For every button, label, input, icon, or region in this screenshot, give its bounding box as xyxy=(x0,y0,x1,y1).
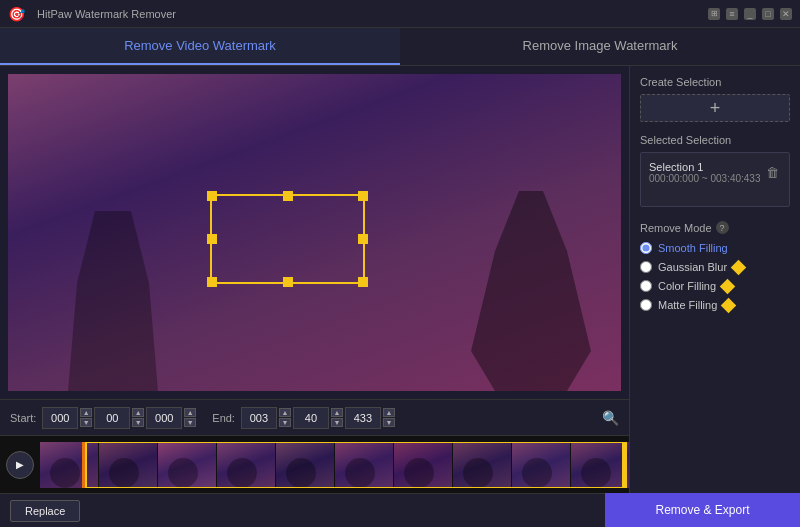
video-preview xyxy=(8,74,621,391)
mode-gaussian[interactable]: Gaussian Blur xyxy=(640,261,790,273)
timeline-thumb-10 xyxy=(571,442,629,488)
end-time-input: ▲▼ ▲▼ ▲▼ xyxy=(241,407,395,429)
tab-video[interactable]: Remove Video Watermark xyxy=(0,28,400,65)
spin-down[interactable]: ▼ xyxy=(383,418,395,427)
delete-selection-button[interactable]: 🗑 xyxy=(764,163,781,182)
main-layout: Start: ▲▼ ▲▼ ▲▼ End: ▲▼ ▲▼ ▲▼ 🔍 ▶ xyxy=(0,66,800,527)
diamond-icon-color xyxy=(720,278,736,294)
spin-up[interactable]: ▲ xyxy=(132,408,144,417)
end-label: End: xyxy=(212,412,235,424)
handle-top-mid[interactable] xyxy=(283,191,293,201)
mode-smooth-radio[interactable] xyxy=(640,242,652,254)
start-minutes-spinner[interactable]: ▲▼ xyxy=(132,408,144,427)
add-icon: + xyxy=(710,98,721,119)
mode-smooth[interactable]: Smooth Filling xyxy=(640,242,790,254)
handle-top-right[interactable] xyxy=(358,191,368,201)
playhead-marker[interactable] xyxy=(82,442,85,488)
selection-item-time: 000:00:000 ~ 003:40:433 xyxy=(649,173,761,184)
timeline-thumb-4 xyxy=(217,442,275,488)
remove-mode-label: Remove Mode xyxy=(640,222,712,234)
timeline-thumb-9 xyxy=(512,442,570,488)
mode-gaussian-radio[interactable] xyxy=(640,261,652,273)
mode-matte-radio[interactable] xyxy=(640,299,652,311)
mode-color-radio[interactable] xyxy=(640,280,652,292)
app-icon-area: 🎯 xyxy=(8,6,25,22)
timeline-thumb-6 xyxy=(335,442,393,488)
create-selection-button[interactable]: + xyxy=(640,94,790,122)
spin-up[interactable]: ▲ xyxy=(383,408,395,417)
window-controls[interactable]: ⊞ ≡ _ □ ✕ xyxy=(708,8,792,20)
diamond-icon-gaussian xyxy=(731,259,747,275)
play-button[interactable]: ▶ xyxy=(6,451,34,479)
handle-bottom-left[interactable] xyxy=(207,277,217,287)
end-minutes[interactable] xyxy=(293,407,329,429)
end-seconds[interactable] xyxy=(345,407,381,429)
time-controls: Start: ▲▼ ▲▼ ▲▼ End: ▲▼ ▲▼ ▲▼ 🔍 xyxy=(0,399,629,435)
export-button[interactable]: Remove & Export xyxy=(605,493,800,527)
close-button[interactable]: ✕ xyxy=(780,8,792,20)
maximize-button[interactable]: □ xyxy=(762,8,774,20)
spin-up[interactable]: ▲ xyxy=(184,408,196,417)
timeline-thumb-3 xyxy=(158,442,216,488)
start-label: Start: xyxy=(10,412,36,424)
tab-bar: Remove Video Watermark Remove Image Wate… xyxy=(0,28,800,66)
end-minutes-spinner[interactable]: ▲▼ xyxy=(331,408,343,427)
mode-matte-label: Matte Filling xyxy=(658,299,717,311)
spin-down[interactable]: ▼ xyxy=(331,418,343,427)
start-seconds-spinner[interactable]: ▲▼ xyxy=(184,408,196,427)
diamond-icon-matte xyxy=(721,297,737,313)
app-title: HitPaw Watermark Remover xyxy=(37,8,708,20)
timeline-thumb-2 xyxy=(99,442,157,488)
start-minutes[interactable] xyxy=(94,407,130,429)
start-seconds[interactable] xyxy=(146,407,182,429)
topbar-icon-2: ≡ xyxy=(726,8,738,20)
start-hours-spinner[interactable]: ▲▼ xyxy=(80,408,92,427)
timeline-right-bracket[interactable] xyxy=(623,442,627,488)
handle-bottom-right[interactable] xyxy=(358,277,368,287)
info-icon[interactable]: ? xyxy=(716,221,729,234)
timeline-thumb-7 xyxy=(394,442,452,488)
tab-image[interactable]: Remove Image Watermark xyxy=(400,28,800,65)
spin-up[interactable]: ▲ xyxy=(279,408,291,417)
timeline-track[interactable] xyxy=(40,442,629,488)
mode-color[interactable]: Color Filling xyxy=(640,280,790,292)
timeline[interactable]: ▶ xyxy=(0,435,629,493)
selection-item-1: Selection 1 000:00:000 ~ 003:40:433 🗑 xyxy=(645,157,785,188)
timeline-thumb-8 xyxy=(453,442,511,488)
spin-up[interactable]: ▲ xyxy=(331,408,343,417)
app-logo-icon: 🎯 xyxy=(8,6,25,22)
spin-down[interactable]: ▼ xyxy=(132,418,144,427)
remove-mode-group: Smooth Filling Gaussian Blur Color Filli… xyxy=(640,242,790,311)
selection-item-name: Selection 1 xyxy=(649,161,761,173)
end-hours-spinner[interactable]: ▲▼ xyxy=(279,408,291,427)
timeline-thumb-1 xyxy=(40,442,98,488)
end-hours[interactable] xyxy=(241,407,277,429)
start-time-input: ▲▼ ▲▼ ▲▼ xyxy=(42,407,196,429)
spin-up[interactable]: ▲ xyxy=(80,408,92,417)
selection-list: Selection 1 000:00:000 ~ 003:40:433 🗑 xyxy=(640,152,790,207)
silhouette-2 xyxy=(68,211,158,391)
selection-item-info: Selection 1 000:00:000 ~ 003:40:433 xyxy=(649,161,761,184)
selected-selection-title: Selected Selection xyxy=(640,134,790,146)
spin-down[interactable]: ▼ xyxy=(80,418,92,427)
spin-down[interactable]: ▼ xyxy=(279,418,291,427)
handle-left-mid[interactable] xyxy=(207,234,217,244)
mode-matte[interactable]: Matte Filling xyxy=(640,299,790,311)
timeline-thumb-5 xyxy=(276,442,334,488)
spin-down[interactable]: ▼ xyxy=(184,418,196,427)
start-hours[interactable] xyxy=(42,407,78,429)
handle-bottom-mid[interactable] xyxy=(283,277,293,287)
search-frame-button[interactable]: 🔍 xyxy=(602,410,619,426)
title-bar: 🎯 HitPaw Watermark Remover ⊞ ≡ _ □ ✕ xyxy=(0,0,800,28)
minimize-button[interactable]: _ xyxy=(744,8,756,20)
bottom-bar: Replace xyxy=(0,493,629,527)
topbar-icon-1: ⊞ xyxy=(708,8,720,20)
silhouette-1 xyxy=(471,191,591,391)
replace-button[interactable]: Replace xyxy=(10,500,80,522)
mode-gaussian-label: Gaussian Blur xyxy=(658,261,727,273)
handle-top-left[interactable] xyxy=(207,191,217,201)
mode-color-label: Color Filling xyxy=(658,280,716,292)
selection-box[interactable] xyxy=(210,194,365,284)
end-seconds-spinner[interactable]: ▲▼ xyxy=(383,408,395,427)
handle-right-mid[interactable] xyxy=(358,234,368,244)
